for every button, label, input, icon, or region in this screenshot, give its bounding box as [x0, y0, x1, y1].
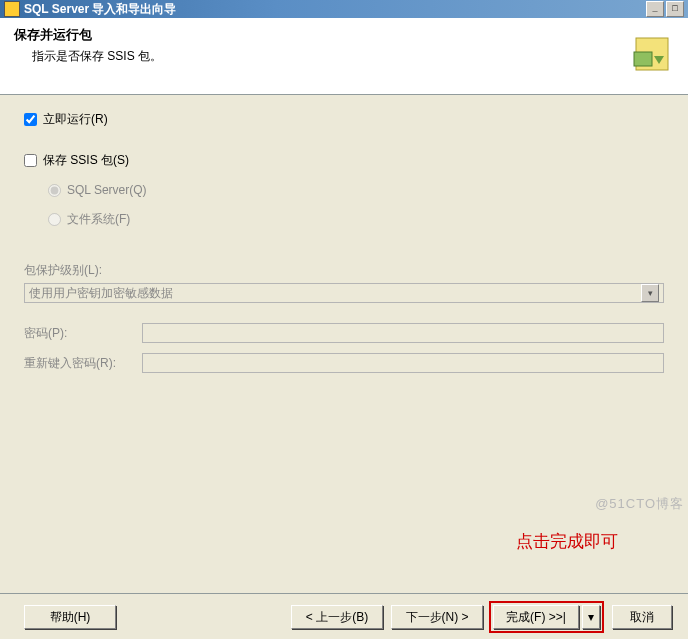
page-title: 保存并运行包	[14, 26, 674, 44]
run-now-label: 立即运行(R)	[43, 111, 108, 128]
protection-level-label: 包保护级别(L):	[24, 262, 102, 279]
finish-split-button[interactable]: ▾	[582, 605, 600, 629]
cancel-button[interactable]: 取消	[612, 605, 672, 629]
page-subtitle: 指示是否保存 SSIS 包。	[32, 48, 674, 65]
annotation-text: 点击完成即可	[516, 530, 618, 553]
minimize-button[interactable]: _	[646, 1, 664, 17]
password-label: 密码(P):	[24, 325, 142, 342]
wizard-footer: 帮助(H) < 上一步(B) 下一步(N) > 完成(F) >>| ▾ 取消	[0, 593, 688, 639]
protection-level-value: 使用用户密钥加密敏感数据	[29, 285, 641, 302]
finish-highlight: 完成(F) >>| ▾	[489, 601, 604, 633]
target-fs-row: 文件系统(F)	[48, 211, 664, 228]
save-ssis-label: 保存 SSIS 包(S)	[43, 152, 129, 169]
password-confirm-label: 重新键入密码(R):	[24, 355, 142, 372]
save-ssis-row: 保存 SSIS 包(S)	[24, 152, 664, 169]
maximize-button[interactable]: □	[666, 1, 684, 17]
wizard-body: 立即运行(R) 保存 SSIS 包(S) SQL Server(Q) 文件系统(…	[0, 95, 688, 593]
window-controls: _ □	[644, 1, 688, 17]
finish-button[interactable]: 完成(F) >>|	[493, 605, 579, 629]
target-fs-label: 文件系统(F)	[67, 211, 130, 228]
app-icon	[4, 1, 20, 17]
chevron-down-icon: ▾	[641, 284, 659, 302]
target-sql-row: SQL Server(Q)	[48, 183, 664, 197]
window-title: SQL Server 导入和导出向导	[24, 1, 176, 18]
wizard-header: 保存并运行包 指示是否保存 SSIS 包。	[0, 18, 688, 95]
protection-level-combo: 使用用户密钥加密敏感数据 ▾	[24, 283, 664, 303]
target-fs-radio	[48, 213, 61, 226]
run-now-row: 立即运行(R)	[24, 111, 664, 128]
run-now-checkbox[interactable]	[24, 113, 37, 126]
password-field	[142, 323, 664, 343]
next-button[interactable]: 下一步(N) >	[391, 605, 483, 629]
save-ssis-checkbox[interactable]	[24, 154, 37, 167]
watermark-text: @51CTO博客	[595, 495, 684, 513]
password-confirm-field	[142, 353, 664, 373]
back-button[interactable]: < 上一步(B)	[291, 605, 383, 629]
title-bar: SQL Server 导入和导出向导 _ □	[0, 0, 688, 18]
wizard-icon	[630, 32, 674, 76]
target-sql-radio	[48, 184, 61, 197]
svg-rect-1	[634, 52, 652, 66]
target-sql-label: SQL Server(Q)	[67, 183, 147, 197]
help-button[interactable]: 帮助(H)	[24, 605, 116, 629]
